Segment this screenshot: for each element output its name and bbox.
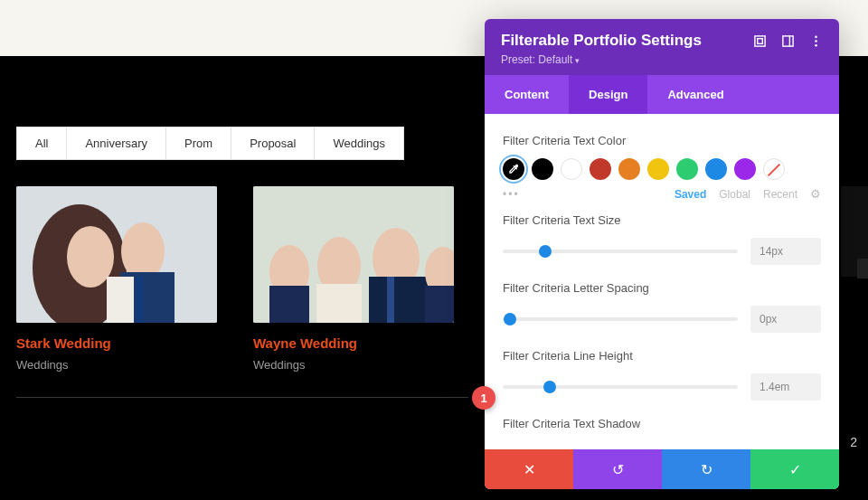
portfolio-title: Wayne Wedding [253, 335, 454, 351]
settings-panel: Filterable Portfolio Settings Preset: De… [485, 19, 839, 489]
letter-spacing-input[interactable] [750, 306, 821, 333]
panel-tabs: Content Design Advanced [485, 75, 839, 114]
no-color-swatch[interactable] [763, 158, 785, 180]
preset-dropdown[interactable]: Preset: Default [501, 53, 823, 66]
divider [16, 397, 468, 398]
svg-point-3 [121, 222, 165, 280]
snap-panel-icon[interactable] [781, 34, 795, 48]
shadow-section-label: Filter Criteria Text Shadow [503, 417, 821, 430]
color-section-label: Filter Criteria Text Color [503, 134, 821, 147]
redo-button[interactable]: ↻ [662, 449, 750, 489]
portfolio-card[interactable]: Wayne Wedding Weddings [253, 186, 454, 372]
svg-rect-16 [425, 286, 454, 323]
color-swatch[interactable] [676, 158, 698, 180]
panel-title: Filterable Portfolio Settings [501, 32, 702, 50]
swatch-tab-global[interactable]: Global [719, 188, 750, 201]
text-size-slider[interactable] [503, 245, 738, 258]
svg-rect-17 [755, 35, 765, 45]
filter-tab-prom[interactable]: Prom [166, 127, 231, 159]
eyedropper-swatch[interactable] [503, 158, 524, 180]
color-swatches [503, 158, 821, 180]
svg-rect-19 [783, 35, 793, 45]
close-icon: ✕ [524, 461, 535, 478]
portfolio-grid: Stark Wedding Weddings Wayne Wedding Wed… [16, 186, 454, 372]
color-swatch[interactable] [705, 158, 727, 180]
spacing-section-label: Filter Criteria Letter Spacing [503, 281, 821, 295]
filter-tab-anniversary[interactable]: Anniversary [67, 127, 166, 159]
svg-rect-11 [316, 284, 362, 323]
slider-thumb[interactable] [539, 245, 552, 258]
filter-tab-proposal[interactable]: Proposal [231, 127, 315, 159]
tab-design[interactable]: Design [569, 75, 647, 114]
panel-header: Filterable Portfolio Settings Preset: De… [485, 19, 839, 75]
letter-spacing-slider[interactable] [503, 313, 738, 325]
size-section-label: Filter Criteria Text Size [503, 213, 821, 227]
panel-body: Filter Criteria Text Color ••• Saved Glo… [485, 114, 839, 449]
expand-icon[interactable] [753, 34, 767, 48]
undo-icon: ↺ [612, 461, 624, 478]
filter-tab-all[interactable]: All [17, 127, 67, 159]
partial-offscreen-card [841, 186, 868, 277]
gear-icon[interactable]: ⚙ [810, 187, 821, 201]
color-swatch[interactable] [590, 158, 611, 180]
svg-rect-18 [758, 38, 763, 43]
svg-rect-13 [369, 277, 428, 323]
svg-rect-6 [136, 277, 143, 323]
portfolio-thumbnail [253, 186, 454, 323]
kebab-menu-icon[interactable] [809, 34, 823, 48]
color-swatch[interactable] [647, 158, 669, 180]
color-swatch[interactable] [561, 158, 582, 180]
swatch-tab-saved[interactable]: Saved [675, 188, 706, 201]
svg-rect-5 [107, 277, 134, 323]
portfolio-card[interactable]: Stark Wedding Weddings [16, 186, 217, 372]
check-icon: ✓ [789, 461, 801, 478]
save-button[interactable]: ✓ [750, 449, 839, 489]
page-number[interactable]: 2 [850, 435, 857, 449]
text-size-input[interactable] [750, 238, 821, 265]
svg-rect-9 [269, 286, 309, 323]
tab-content[interactable]: Content [485, 75, 569, 114]
color-swatch[interactable] [734, 158, 756, 180]
color-swatch[interactable] [618, 158, 640, 180]
portfolio-category: Weddings [16, 358, 217, 372]
portfolio-title: Stark Wedding [16, 335, 217, 351]
slider-thumb[interactable] [543, 381, 556, 393]
svg-point-22 [815, 40, 817, 42]
svg-point-23 [815, 43, 817, 46]
more-dots-icon[interactable]: ••• [503, 188, 520, 201]
svg-point-21 [815, 35, 817, 38]
lineheight-section-label: Filter Criteria Line Height [503, 349, 821, 363]
undo-button[interactable]: ↺ [573, 449, 662, 489]
panel-footer: ✕ ↺ ↻ ✓ [485, 449, 839, 489]
filter-tab-weddings[interactable]: Weddings [315, 127, 403, 159]
portfolio-category: Weddings [253, 358, 454, 372]
portfolio-thumbnail [16, 186, 217, 323]
portfolio-filter-bar: All Anniversary Prom Proposal Weddings [16, 127, 404, 160]
annotation-badge: 1 [472, 386, 495, 410]
color-swatch[interactable] [532, 158, 553, 180]
svg-rect-14 [387, 277, 394, 323]
tab-advanced[interactable]: Advanced [647, 75, 743, 114]
slider-thumb[interactable] [504, 313, 516, 325]
swatch-tab-recent[interactable]: Recent [763, 188, 797, 201]
cancel-button[interactable]: ✕ [485, 449, 573, 489]
redo-icon: ↻ [701, 461, 712, 478]
line-height-input[interactable] [750, 373, 821, 401]
line-height-slider[interactable] [503, 381, 738, 393]
